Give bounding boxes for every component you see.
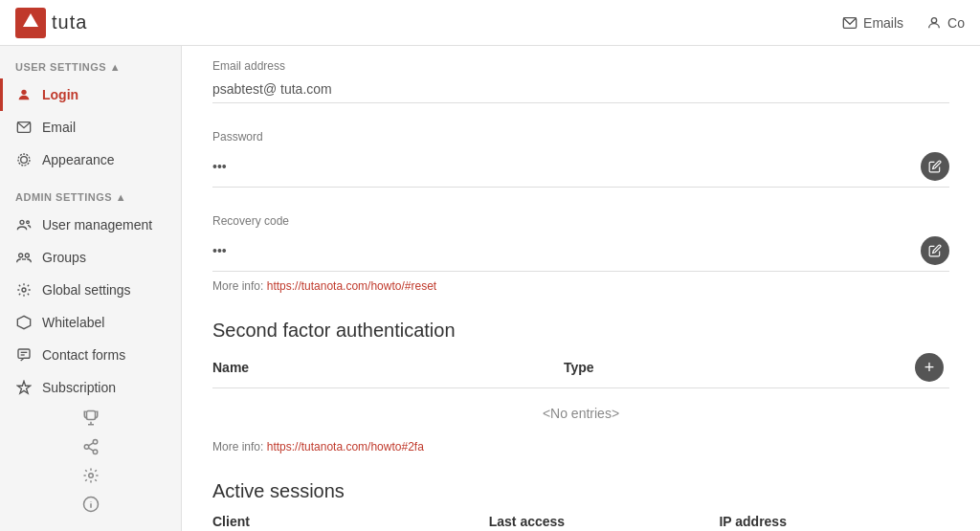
2fa-more-info-link[interactable]: https://tutanota.com/howto#2fa xyxy=(267,440,424,454)
more-info-link[interactable]: https://tutanota.com/howto/#reset xyxy=(267,279,436,293)
recovery-code-label: Recovery code xyxy=(212,214,949,228)
2fa-section: Second factor authentication Name Type +… xyxy=(212,320,949,454)
sidebar-groups-label: Groups xyxy=(42,250,86,265)
2fa-type-col: Type xyxy=(564,360,915,375)
recovery-code-section: Recovery code ••• More info: https://tut… xyxy=(212,214,949,293)
svg-point-16 xyxy=(84,445,89,450)
nav-contacts[interactable]: Co xyxy=(926,15,965,31)
user-settings-title: USER SETTINGS ▲ xyxy=(0,46,181,78)
sidebar-contact-forms-label: Contact forms xyxy=(42,347,125,363)
person-icon xyxy=(15,86,33,103)
svg-point-2 xyxy=(21,90,26,95)
gear-button[interactable] xyxy=(0,461,181,490)
sessions-table-header: Client Last access IP address xyxy=(212,514,949,531)
password-more-info: More info: https://tutanota.com/howto/#r… xyxy=(212,279,949,293)
2fa-more-info: More info: https://tutanota.com/howto#2f… xyxy=(212,440,949,454)
svg-line-19 xyxy=(88,443,93,446)
sessions-access-col: Last access xyxy=(489,514,720,529)
svg-point-6 xyxy=(20,220,24,224)
2fa-heading: Second factor authentication xyxy=(212,320,949,342)
password-field: ••• xyxy=(212,146,949,188)
svg-point-8 xyxy=(19,254,23,257)
sidebar-whitelabel-label: Whitelabel xyxy=(42,315,104,330)
svg-point-1 xyxy=(931,17,936,22)
trophy-icon xyxy=(82,409,100,427)
gear-icon xyxy=(82,467,100,484)
sidebar-item-global-settings[interactable]: Global settings xyxy=(0,274,181,306)
svg-line-18 xyxy=(88,448,93,451)
sidebar: USER SETTINGS ▲ Login Email xyxy=(0,46,182,531)
sidebar-item-appearance[interactable]: Appearance xyxy=(0,144,181,176)
svg-point-15 xyxy=(93,440,98,445)
recovery-code-value: ••• xyxy=(212,243,227,258)
email-address-section: Email address psabtest@ tuta.com xyxy=(212,59,949,103)
global-settings-icon xyxy=(15,281,33,299)
edit-recovery-button[interactable] xyxy=(921,236,949,265)
email-address-label: Email address xyxy=(212,59,949,73)
share-button[interactable] xyxy=(0,432,181,461)
svg-point-9 xyxy=(25,254,29,257)
trophy-button[interactable] xyxy=(0,404,181,432)
sessions-client-col: Client xyxy=(212,514,489,529)
add-2fa-button[interactable]: + xyxy=(915,353,944,382)
contact-forms-icon xyxy=(15,346,33,364)
sidebar-item-user-management[interactable]: User management xyxy=(0,209,181,241)
layout: USER SETTINGS ▲ Login Email xyxy=(0,46,980,531)
sidebar-item-groups[interactable]: Groups xyxy=(0,241,181,274)
email-address-value: psabtest@ tuta.com xyxy=(212,81,332,97)
pencil-icon-2 xyxy=(928,244,942,257)
sidebar-item-subscription[interactable]: Subscription xyxy=(0,371,181,404)
info-button[interactable] xyxy=(0,490,181,519)
email-address-field: psabtest@ tuta.com xyxy=(212,76,949,103)
nav-contacts-label: Co xyxy=(947,15,965,31)
2fa-name-col: Name xyxy=(212,360,564,375)
sidebar-item-contact-forms[interactable]: Contact forms xyxy=(0,339,181,371)
edit-password-button[interactable] xyxy=(921,152,949,181)
sidebar-item-login[interactable]: Login xyxy=(0,78,181,111)
nav-emails[interactable]: Emails xyxy=(842,15,903,31)
sidebar-version: Tutanota v3.76.6 About xyxy=(0,519,181,531)
2fa-table-header: Name Type + xyxy=(212,353,949,388)
svg-point-10 xyxy=(22,288,26,292)
more-info-prefix: More info: xyxy=(212,279,267,293)
active-sessions-section: Active sessions Client Last access IP ad… xyxy=(212,480,949,531)
sidebar-login-label: Login xyxy=(42,87,78,102)
sidebar-item-whitelabel[interactable]: Whitelabel xyxy=(0,306,181,339)
topbar: tuta Emails Co xyxy=(0,0,980,46)
svg-point-5 xyxy=(18,154,30,166)
sidebar-subscription-label: Subscription xyxy=(42,380,116,395)
sidebar-appearance-label: Appearance xyxy=(42,152,115,167)
svg-point-17 xyxy=(93,450,98,454)
svg-point-7 xyxy=(27,221,30,224)
user-mgmt-icon xyxy=(15,216,33,233)
logo-text: tuta xyxy=(52,11,87,33)
no-entries-text: <No entries> xyxy=(212,394,949,432)
contacts-icon xyxy=(926,15,942,31)
svg-point-4 xyxy=(21,157,28,164)
password-value: ••• xyxy=(212,159,227,174)
recovery-code-field: ••• xyxy=(212,231,949,272)
appearance-icon xyxy=(15,151,33,168)
logo-icon xyxy=(15,8,46,38)
topbar-nav: Emails Co xyxy=(842,15,965,31)
svg-rect-11 xyxy=(18,349,30,358)
2fa-add-action: + xyxy=(915,353,949,382)
share-icon xyxy=(82,438,100,455)
info-icon xyxy=(82,496,100,513)
nav-emails-label: Emails xyxy=(863,15,903,31)
main-content: Email address psabtest@ tuta.com Passwor… xyxy=(182,46,980,531)
email-small-icon xyxy=(15,119,33,136)
sessions-ip-col: IP address xyxy=(719,514,949,529)
groups-icon xyxy=(15,249,33,266)
active-sessions-heading: Active sessions xyxy=(212,480,949,502)
sidebar-item-email[interactable]: Email xyxy=(0,111,181,144)
logo: tuta xyxy=(15,8,87,38)
sidebar-email-label: Email xyxy=(42,120,76,135)
email-icon xyxy=(842,15,858,31)
password-label: Password xyxy=(212,130,949,144)
2fa-more-info-prefix: More info: xyxy=(212,440,267,454)
admin-settings-title: ADMIN SETTINGS ▲ xyxy=(0,176,181,209)
subscription-icon xyxy=(15,379,33,396)
sidebar-global-settings-label: Global settings xyxy=(42,282,131,298)
pencil-icon xyxy=(928,160,942,173)
